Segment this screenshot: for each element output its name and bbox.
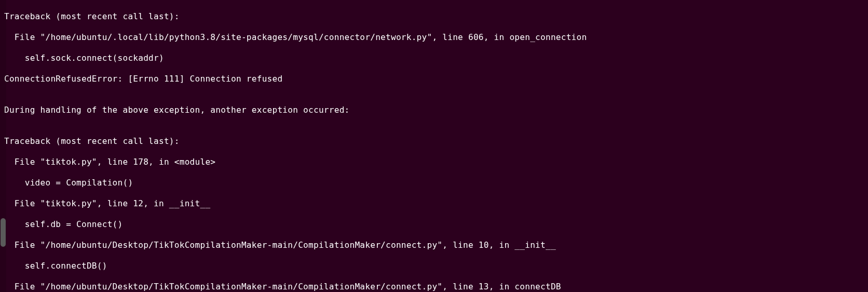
- traceback-line: self.connectDB(): [4, 261, 864, 271]
- traceback-line: Traceback (most recent call last):: [4, 11, 864, 22]
- scrollbar-thumb[interactable]: [1, 218, 6, 247]
- scrollbar-track[interactable]: [0, 0, 6, 292]
- traceback-line: File "tiktok.py", line 12, in __init__: [4, 198, 864, 209]
- traceback-line: File "/home/ubuntu/.local/lib/python3.8/…: [4, 32, 864, 43]
- traceback-line: During handling of the above exception, …: [4, 105, 864, 115]
- traceback-line: File "/home/ubuntu/Desktop/TikTokCompila…: [4, 282, 864, 292]
- traceback-line: Traceback (most recent call last):: [4, 136, 864, 147]
- traceback-line: File "/home/ubuntu/Desktop/TikTokCompila…: [4, 240, 864, 250]
- traceback-line: File "tiktok.py", line 178, in <module>: [4, 157, 864, 167]
- terminal-output[interactable]: Traceback (most recent call last): File …: [4, 1, 864, 292]
- traceback-line: video = Compilation(): [4, 178, 864, 188]
- traceback-line: self.sock.connect(sockaddr): [4, 53, 864, 63]
- traceback-line: self.db = Connect(): [4, 219, 864, 230]
- traceback-line: ConnectionRefusedError: [Errno 111] Conn…: [4, 74, 864, 84]
